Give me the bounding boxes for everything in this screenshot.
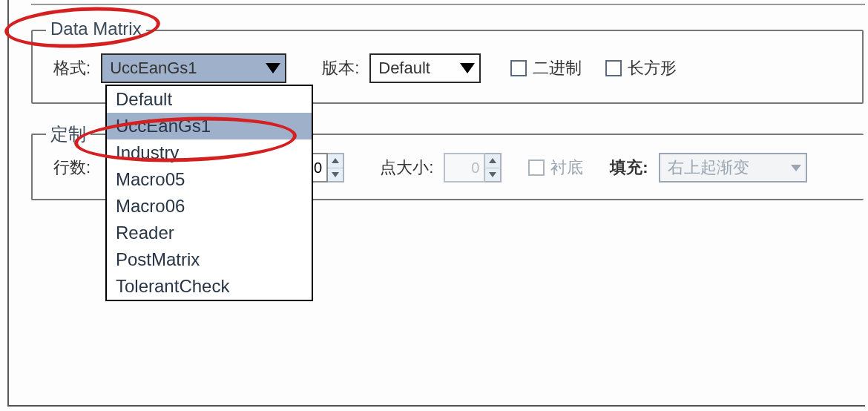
version-label: 版本: [322, 57, 359, 79]
rows-step-up[interactable] [328, 154, 343, 168]
format-option[interactable]: Macro05 [107, 166, 312, 193]
underlay-checkbox[interactable]: 衬底 [528, 157, 583, 179]
dotsize-step-down[interactable] [485, 168, 500, 182]
chevron-down-icon [266, 63, 280, 73]
rows-step-down[interactable] [328, 168, 343, 182]
chevron-up-icon [489, 158, 496, 163]
chevron-down-icon [489, 172, 496, 177]
chevron-down-icon [460, 63, 475, 73]
fill-value: 右上起渐变 [668, 157, 749, 179]
dotsize-input [444, 153, 485, 183]
format-option[interactable]: TolerantCheck [107, 273, 312, 300]
format-option[interactable]: UccEanGs1 [107, 113, 312, 139]
divider [31, 4, 865, 5]
dotsize-step-up[interactable] [485, 154, 500, 168]
datamatrix-title: Data Matrix [46, 19, 146, 39]
rows-label: 行数: [53, 157, 91, 179]
format-option[interactable]: Macro06 [107, 193, 312, 220]
format-dropdown[interactable]: DefaultUccEanGs1IndustryMacro05Macro06Re… [105, 85, 313, 301]
underlay-label: 衬底 [550, 157, 583, 179]
format-combobox[interactable]: UccEanGs1 [101, 53, 286, 83]
custom-title: 定制 [46, 122, 91, 146]
settings-panel: Data Matrix 格式: UccEanGs1 版本: Default 二进… [7, 0, 865, 407]
chevron-down-icon [332, 172, 339, 177]
format-option[interactable]: Industry [107, 139, 312, 166]
checkbox-box-icon [528, 160, 545, 176]
binary-checkbox[interactable]: 二进制 [510, 57, 582, 79]
checkbox-box-icon [510, 60, 527, 76]
format-option[interactable]: Reader [107, 220, 312, 246]
datamatrix-row: 格式: UccEanGs1 版本: Default 二进制 长方形 [53, 53, 677, 83]
fill-combobox[interactable]: 右上起渐变 [659, 153, 807, 183]
checkbox-box-icon [605, 60, 622, 76]
format-label: 格式: [53, 57, 91, 79]
chevron-up-icon [332, 158, 339, 163]
format-option[interactable]: PostMatrix [107, 246, 312, 273]
dotsize-spinner[interactable] [444, 153, 502, 183]
version-combobox[interactable]: Default [369, 53, 481, 83]
chevron-down-icon [791, 165, 801, 171]
format-value: UccEanGs1 [110, 59, 197, 78]
format-option[interactable]: Default [107, 86, 312, 113]
dotsize-label: 点大小: [380, 157, 433, 179]
rectangle-label: 长方形 [628, 57, 677, 79]
rectangle-checkbox[interactable]: 长方形 [605, 57, 677, 79]
fill-label: 填充: [610, 157, 648, 179]
binary-label: 二进制 [533, 57, 582, 79]
version-value: Default [378, 59, 430, 78]
